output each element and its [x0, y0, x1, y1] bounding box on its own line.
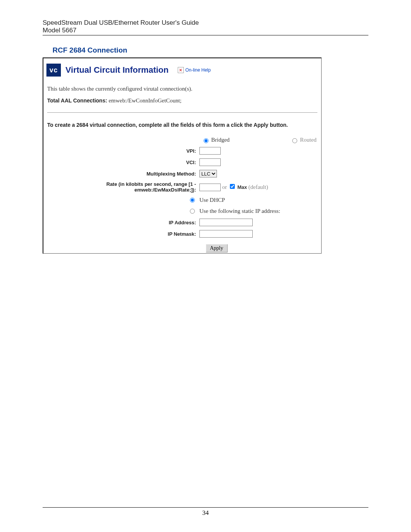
vci-label: VCI: [43, 158, 199, 166]
use-dhcp-radio[interactable] [190, 198, 195, 203]
vpi-input[interactable] [199, 147, 221, 155]
total-connections-line: Total AAL Connections: emweb:/EwConnInfo… [43, 94, 321, 111]
vci-input[interactable] [199, 158, 221, 166]
vc-badge-icon: vc [46, 64, 61, 77]
total-connections-value: emweb:/EwConnInfoGetCount; [108, 97, 182, 104]
broken-image-icon: ✕ [178, 67, 184, 73]
ip-address-label: IP Address: [43, 218, 199, 227]
online-help-link[interactable]: ✕ On-line Help [178, 67, 211, 73]
rate-label: Rate (in kilobits per second, range [1 -… [43, 181, 199, 193]
doc-model: Model 5667 [43, 27, 368, 35]
rate-max-checkbox[interactable] [230, 184, 235, 189]
page-number: 34 [202, 509, 209, 516]
total-connections-label: Total AAL Connections: [47, 97, 107, 104]
use-static-radio[interactable] [190, 209, 195, 214]
vpi-label: VPI: [43, 147, 199, 155]
divider [47, 112, 317, 113]
ip-address-input[interactable] [199, 219, 253, 226]
apply-button[interactable]: Apply [206, 244, 228, 252]
rate-or: or [222, 184, 227, 190]
section-heading: RCF 2684 Connection [53, 46, 368, 54]
mode-routed-radio[interactable] [292, 138, 297, 143]
rate-default-label: (default) [249, 184, 268, 190]
use-static-label: Use the following static IP address: [199, 208, 280, 214]
ip-netmask-label: IP Netmask: [43, 230, 199, 238]
use-dhcp-label: Use DHCP [199, 197, 225, 203]
mode-bridged-label: Bridged [211, 137, 229, 143]
panel-title: Virtual Circuit Information [65, 65, 169, 75]
screenshot-panel: vc Virtual Circuit Information ✕ On-line… [43, 58, 322, 254]
rate-max-label: Max [237, 184, 247, 190]
rate-input[interactable] [199, 184, 221, 191]
doc-title: SpeedStream Dual USB/Ethernet Router Use… [43, 19, 368, 27]
form-instruction: To create a 2684 virtual connection, com… [43, 114, 321, 133]
mux-select[interactable]: LLC [199, 170, 217, 177]
ip-netmask-input[interactable] [199, 230, 253, 238]
mode-bridged-radio[interactable] [204, 138, 209, 143]
mux-label: Multiplexing Method: [43, 169, 199, 178]
mode-routed-label: Routed [300, 137, 316, 143]
panel-description: This table shows the currently configure… [43, 80, 321, 94]
help-link-label: On-line Help [185, 67, 211, 73]
